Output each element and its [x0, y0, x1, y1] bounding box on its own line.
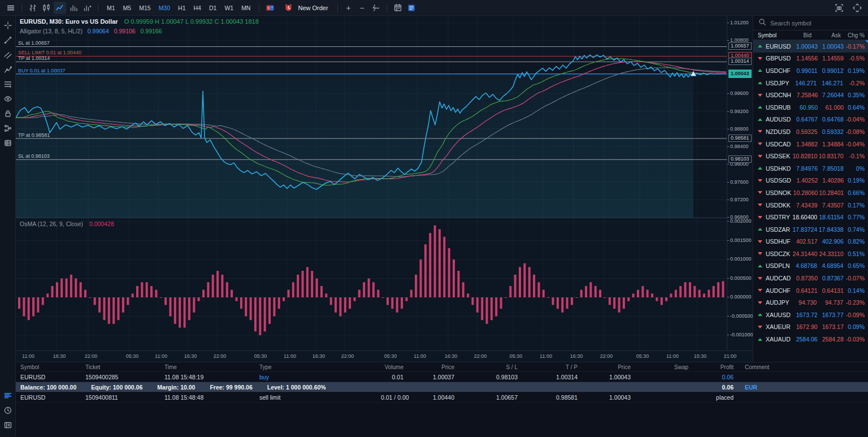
market-watch-row-USDSGD[interactable]: USDSGD 1.40252 1.40286 0.19% [753, 175, 868, 187]
trade-col-time[interactable]: Time [160, 364, 255, 370]
timeframe-H4[interactable]: H4 [190, 2, 205, 14]
market-watch-row-USDNOK[interactable]: USDNOK 10.28060 10.28401 0.66% [753, 187, 868, 199]
change-percent: -0.04% [844, 141, 865, 148]
market-watch-row-USDJPY[interactable]: USDJPY 146.271 146.271 -0.2% [753, 77, 868, 89]
market-watch-row-EURUSD[interactable]: EURUSD 1.00043 1.00043 -0.17% [753, 40, 868, 53]
tick-volumes-button[interactable] [81, 2, 93, 14]
separator [387, 3, 387, 12]
level-label-tp[interactable]: TP at 0.98581 [18, 132, 50, 138]
chart-candles-button[interactable] [40, 2, 53, 14]
zoom-out-button[interactable]: − [356, 2, 368, 14]
market-watch-row-XAUAUD[interactable]: XAUAUD 2584.06 2584.28 -0.03% [753, 333, 868, 345]
timeframe-H1[interactable]: H1 [174, 2, 189, 14]
timeframe-M15[interactable]: M15 [135, 2, 154, 14]
market-watch-row-USDHKD[interactable]: USDHKD 7.84976 7.85018 0% [753, 162, 868, 175]
market-watch-row-AUDCHF[interactable]: AUDCHF 0.64121 0.64131 0.14% [753, 284, 868, 297]
market-watch-row-GBPUSD[interactable]: GBPUSD 1.14556 1.14559 -0.5% [753, 53, 868, 65]
col-chg[interactable]: Chg % [841, 32, 865, 38]
trade-col-type[interactable]: Type [255, 364, 376, 370]
indicators-icon[interactable] [370, 2, 382, 14]
trade-col-profit[interactable]: Profit [695, 364, 740, 370]
news-icon[interactable] [405, 2, 418, 14]
osma-pane[interactable]: OsMA (12, 26, 9, Close) 0.000428 [16, 218, 727, 351]
osma-tick: 0.001000 [730, 256, 752, 262]
pending-order-row[interactable]: EURUSD150940081111.08 15:48:48sell limit… [16, 392, 868, 403]
economic-calendar-icon[interactable] [392, 2, 404, 14]
timeframe-M1[interactable]: M1 [103, 2, 119, 14]
trade-col-volume[interactable]: Volume [376, 364, 410, 370]
time-axis[interactable]: 11:0016:3022:0005:3011:0016:3022:0005:30… [16, 351, 753, 362]
trade-col-ticket[interactable]: Ticket [81, 364, 160, 370]
total-profit: 0.06 [695, 384, 740, 391]
objects-tree-icon[interactable] [2, 122, 14, 135]
timeframe-D1[interactable]: D1 [205, 2, 220, 14]
position-row[interactable]: EURUSD150940028511.08 15:48:19buy0.011.0… [16, 372, 868, 382]
screenshot-camera-icon[interactable] [833, 2, 845, 14]
market-watch-row-USDDKK[interactable]: USDDKK 7.43439 7.43507 0.17% [753, 199, 868, 211]
fullscreen-icon[interactable] [851, 2, 863, 14]
search-input[interactable] [770, 20, 863, 27]
eye-icon[interactable] [2, 93, 14, 105]
market-watch-row-XAUUSD[interactable]: XAUUSD 1673.72 1673.77 -0.09% [753, 309, 868, 321]
trade-col-price[interactable]: Price [584, 364, 637, 370]
timeframe-MN[interactable]: MN [237, 2, 254, 14]
market-watch-row-XAUEUR[interactable]: XAUEUR 1672.90 1673.17 0.09% [753, 321, 868, 334]
level-label-sl[interactable]: SL at 1.00657 [18, 40, 50, 46]
level-label-sell-limit[interactable]: SELL LIMIT 0.01 at 1.00440 [18, 50, 81, 55]
col-symbol[interactable]: Symbol [758, 32, 781, 38]
price-axis[interactable]: 1.012001.008000.996000.992000.988000.984… [727, 16, 753, 351]
timeframe-M5[interactable]: M5 [119, 2, 136, 14]
fib-lines-icon[interactable] [2, 78, 14, 90]
symbol-flag-icon[interactable] [264, 2, 276, 14]
polyline-icon[interactable] [2, 63, 14, 76]
market-watch-row-USDCAD[interactable]: USDCAD 1.34882 1.34884 -0.04% [753, 138, 868, 150]
col-ask[interactable]: Ask [811, 32, 841, 38]
level-label-sl[interactable]: SL at 0.98103 [18, 153, 50, 159]
market-watch-row-NZDUSD[interactable]: NZDUSD 0.59325 0.59332 -0.08% [753, 126, 868, 138]
trendline-icon[interactable] [2, 34, 14, 46]
market-watch-row-USDSEK[interactable]: USDSEK 10.82810 10.83170 -0.1% [753, 150, 868, 162]
trade-col-sl[interactable]: S / L [461, 364, 524, 370]
trade-list-icon[interactable] [2, 390, 14, 402]
change-percent: -0.07% [844, 275, 865, 282]
time-tick: 11:00 [540, 353, 552, 359]
ask-value: 18.61154 [817, 214, 843, 220]
timeframe-W1[interactable]: W1 [220, 2, 237, 14]
level-label-buy[interactable]: BUY 0.01 at 1.00037 [18, 68, 65, 73]
market-watch-row-USDTRY[interactable]: USDTRY 18.60400 18.61154 0.77% [753, 211, 868, 223]
chart-bars-button[interactable] [27, 2, 39, 14]
new-order-button[interactable]: New Order [277, 2, 332, 14]
bid-value: 7.25846 [791, 92, 818, 98]
chart-line-button[interactable] [54, 2, 66, 14]
market-watch-row-USDZAR[interactable]: USDZAR 17.83724 17.84338 0.74% [753, 223, 868, 236]
trade-col-tp[interactable]: T / P [524, 364, 584, 370]
volumes-button[interactable] [67, 2, 80, 14]
market-watch-row-USDHUF[interactable]: USDHUF 402.517 402.906 0.82% [753, 236, 868, 248]
market-watch-row-USDCHF[interactable]: USDCHF 0.99011 0.99012 0.19% [753, 64, 868, 77]
bid-value: 17.83724 [790, 226, 817, 233]
market-watch-row-AUDUSD[interactable]: AUDUSD 0.64767 0.64768 -0.04% [753, 114, 868, 126]
crosshair-icon[interactable] [2, 19, 14, 32]
menu-icon[interactable] [5, 2, 17, 14]
market-watch-row-USDCZK[interactable]: USDCZK 24.31440 24.33110 0.51% [753, 248, 868, 260]
market-watch-row-USDRUB[interactable]: USDRUB 60.950 61.000 0.64% [753, 101, 868, 114]
price-tick: 0.98400 [730, 144, 749, 149]
market-watch-row-USDCNH[interactable]: USDCNH 7.25846 7.26044 0.35% [753, 89, 868, 101]
market-watch-row-AUDCAD[interactable]: AUDCAD 0.87350 0.87367 -0.07% [753, 272, 868, 284]
channel-icon[interactable] [2, 49, 14, 61]
trade-col-symbol[interactable]: Symbol [16, 364, 81, 370]
history-clock-icon[interactable] [2, 404, 14, 417]
col-bid[interactable]: Bid [781, 32, 811, 38]
price-pane[interactable]: EURUSD, M30: Euro vs US Dollar O 0.99959… [16, 16, 727, 218]
zoom-in-button[interactable]: + [342, 2, 355, 14]
market-watch-row-USDPLN[interactable]: USDPLN 4.68768 4.68954 0.65% [753, 260, 868, 272]
journal-icon[interactable] [2, 419, 14, 431]
level-label-tp[interactable]: TP at 1.00314 [18, 55, 50, 61]
timeframe-M30[interactable]: M30 [155, 2, 174, 14]
trade-col-swap[interactable]: Swap [637, 364, 695, 370]
lock-icon[interactable] [2, 107, 14, 120]
delete-objects-icon[interactable] [2, 137, 14, 149]
trade-col-comment[interactable]: Comment [740, 364, 868, 370]
market-watch-row-AUDJPY[interactable]: AUDJPY 94.730 94.737 -0.23% [753, 296, 868, 309]
trade-col-price[interactable]: Price [410, 364, 461, 370]
